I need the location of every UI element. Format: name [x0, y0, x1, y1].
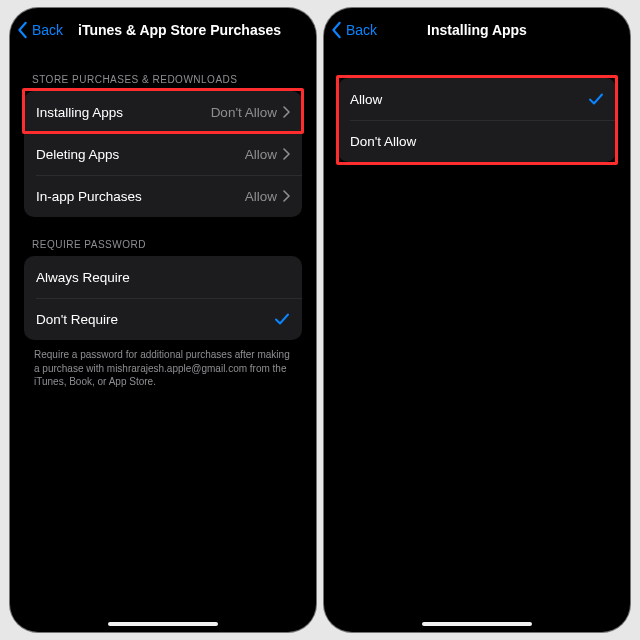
stage: Back iTunes & App Store Purchases STORE … — [0, 0, 640, 640]
content: Allow Don't Allow — [324, 52, 630, 162]
back-button[interactable]: Back — [10, 21, 63, 39]
row-dont-require[interactable]: Don't Require — [24, 298, 302, 340]
phone-left: Back iTunes & App Store Purchases STORE … — [10, 8, 316, 632]
content: STORE PURCHASES & REDOWNLOADS Installing… — [10, 52, 316, 389]
row-deleting-apps[interactable]: Deleting Apps Allow — [24, 133, 302, 175]
group-options: Allow Don't Allow — [338, 78, 616, 162]
chevron-right-icon — [283, 106, 290, 118]
section-header-password: REQUIRE PASSWORD — [24, 217, 302, 256]
group-store: Installing Apps Don't Allow Deleting App… — [24, 91, 302, 217]
chevron-left-icon — [16, 21, 30, 39]
back-button[interactable]: Back — [324, 21, 377, 39]
row-label: Don't Allow — [350, 134, 416, 149]
row-label: Allow — [350, 92, 382, 107]
row-value-text: Don't Allow — [211, 105, 277, 120]
home-indicator[interactable] — [422, 622, 532, 626]
home-indicator[interactable] — [108, 622, 218, 626]
row-always-require[interactable]: Always Require — [24, 256, 302, 298]
back-label: Back — [32, 22, 63, 38]
navbar: Back Installing Apps — [324, 8, 630, 52]
row-installing-apps[interactable]: Installing Apps Don't Allow — [24, 91, 302, 133]
row-value: Allow — [245, 189, 290, 204]
row-value-text: Allow — [245, 147, 277, 162]
row-dont-allow[interactable]: Don't Allow — [338, 120, 616, 162]
section-header-store: STORE PURCHASES & REDOWNLOADS — [24, 52, 302, 91]
checkmark-icon — [588, 91, 604, 107]
row-label: In-app Purchases — [36, 189, 142, 204]
row-label: Installing Apps — [36, 105, 123, 120]
group-password: Always Require Don't Require — [24, 256, 302, 340]
row-value: Allow — [245, 147, 290, 162]
row-inapp-purchases[interactable]: In-app Purchases Allow — [24, 175, 302, 217]
back-label: Back — [346, 22, 377, 38]
navbar: Back iTunes & App Store Purchases — [10, 8, 316, 52]
row-allow[interactable]: Allow — [338, 78, 616, 120]
footer-note: Require a password for additional purcha… — [24, 340, 302, 389]
chevron-right-icon — [283, 148, 290, 160]
row-value: Don't Allow — [211, 105, 290, 120]
checkmark-icon — [274, 311, 290, 327]
chevron-left-icon — [330, 21, 344, 39]
row-value-text: Allow — [245, 189, 277, 204]
chevron-right-icon — [283, 190, 290, 202]
phone-right: Back Installing Apps Allow Don't Allow — [324, 8, 630, 632]
row-label: Always Require — [36, 270, 130, 285]
row-label: Don't Require — [36, 312, 118, 327]
row-label: Deleting Apps — [36, 147, 119, 162]
